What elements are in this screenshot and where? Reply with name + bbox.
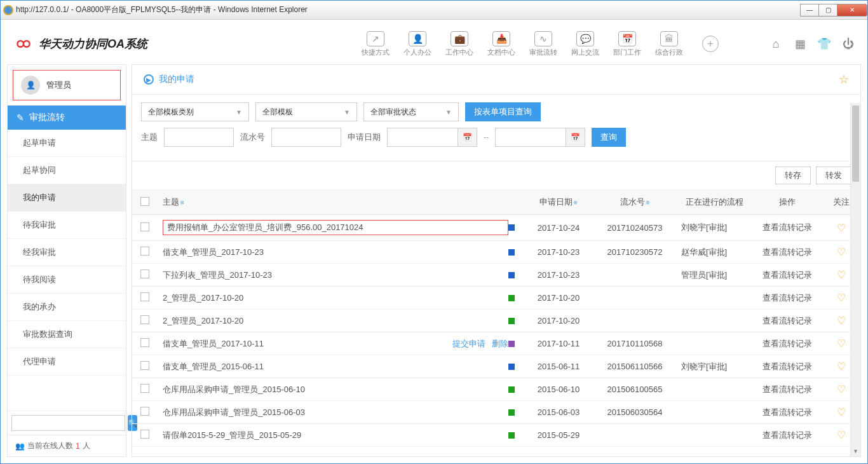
sort-icon[interactable]: ≡ <box>646 199 650 206</box>
view-history-link[interactable]: 查看流转记录 <box>763 270 812 280</box>
col-date[interactable]: 申请日期 <box>539 197 573 207</box>
delete-link[interactable]: 删除 <box>492 338 508 350</box>
nav-item-5[interactable]: 💬网上交流 <box>571 31 599 57</box>
power-icon[interactable]: ⏻ <box>842 38 855 50</box>
date-from-input[interactable] <box>388 128 458 146</box>
home-icon[interactable]: ⌂ <box>770 38 782 50</box>
date-to-input[interactable] <box>496 128 566 146</box>
maximize-button[interactable]: ▢ <box>818 4 837 17</box>
heart-icon[interactable]: ♡ <box>837 247 846 257</box>
nav-item-7[interactable]: 🏛综合行政 <box>655 31 683 57</box>
col-serial[interactable]: 流水号 <box>620 197 645 207</box>
view-history-link[interactable]: 查看流转记录 <box>763 385 812 394</box>
scrollbar-thumb[interactable] <box>852 106 859 182</box>
heart-icon[interactable]: ♡ <box>837 430 846 440</box>
search-button[interactable]: 查询 <box>592 128 626 147</box>
subject-link[interactable]: 费用报销单_办公室管理员_培训费_956.00_20171024 <box>163 220 508 235</box>
row-checkbox[interactable] <box>140 407 149 416</box>
subject-link[interactable]: 仓库用品采购申请_管理员_2015-06-10 <box>163 384 508 395</box>
row-checkbox[interactable] <box>140 315 149 324</box>
view-history-link[interactable]: 查看流转记录 <box>763 247 812 257</box>
view-history-link[interactable]: 查看流转记录 <box>763 339 812 348</box>
view-history-link[interactable]: 查看流转记录 <box>763 316 812 325</box>
minimize-button[interactable]: — <box>800 4 819 17</box>
subject-link[interactable]: 借支单_管理员_2015-06-11 <box>163 361 508 372</box>
calendar-icon[interactable]: 📅 <box>458 128 477 146</box>
row-checkbox[interactable] <box>140 292 149 301</box>
nav-item-3[interactable]: 📥文档中心 <box>487 31 515 57</box>
sort-icon[interactable]: ≡ <box>574 199 578 206</box>
scroll-down-icon[interactable]: ▼ <box>851 446 860 456</box>
row-checkbox[interactable] <box>140 247 149 256</box>
view-history-link[interactable]: 查看流转记录 <box>763 430 812 440</box>
col-process: 正在进行的流程 <box>686 197 743 207</box>
nav-item-0[interactable]: ↗快捷方式 <box>362 31 390 57</box>
query-by-form-button[interactable]: 按表单项目查询 <box>465 102 541 121</box>
heart-icon[interactable]: ♡ <box>837 384 846 395</box>
sidebar-item-8[interactable]: 代理申请 <box>8 348 126 376</box>
sidebar-item-0[interactable]: 起草申请 <box>8 130 126 157</box>
row-checkbox[interactable] <box>140 338 149 347</box>
close-button[interactable]: ✕ <box>837 4 867 17</box>
calendar-icon[interactable]: 📅 <box>566 128 585 146</box>
status-indicator <box>508 224 515 231</box>
view-history-link[interactable]: 查看流转记录 <box>763 293 812 303</box>
select-all-checkbox[interactable] <box>140 197 149 206</box>
col-subject[interactable]: 主题 <box>163 197 179 207</box>
subject-link[interactable]: 2_管理员_2017-10-20 <box>163 292 508 304</box>
row-checkbox[interactable] <box>140 430 149 439</box>
heart-icon[interactable]: ♡ <box>837 407 846 418</box>
serial-input[interactable] <box>271 128 341 147</box>
submit-link[interactable]: 提交申请 <box>452 338 485 350</box>
nav-icon: 💼 <box>451 31 468 46</box>
sidebar-item-2[interactable]: 我的申请 <box>8 184 126 212</box>
subject-link[interactable]: 借支单_管理员_2017-10-11 <box>163 338 446 350</box>
sort-icon[interactable]: ≡ <box>180 199 184 206</box>
nav-item-2[interactable]: 💼工作中心 <box>445 31 473 57</box>
apps-icon[interactable]: ▦ <box>794 38 806 50</box>
nav-item-1[interactable]: 👤个人办公 <box>403 31 431 57</box>
sidebar-item-3[interactable]: 待我审批 <box>8 212 126 239</box>
template-dropdown[interactable]: 全部模板 ▼ <box>255 102 357 121</box>
status-indicator <box>508 364 515 370</box>
heart-icon[interactable]: ♡ <box>837 292 846 303</box>
cell-date: 2015-05-29 <box>524 424 593 447</box>
row-checkbox[interactable] <box>140 222 149 231</box>
sidebar-search-input[interactable] <box>11 415 125 431</box>
template-category-dropdown[interactable]: 全部模板类别 ▼ <box>141 102 249 121</box>
sidebar-item-1[interactable]: 起草协同 <box>8 157 126 184</box>
nav-item-6[interactable]: 📅部门工作 <box>613 31 641 57</box>
sidebar-item-7[interactable]: 审批数据查询 <box>8 321 126 348</box>
nav-item-4[interactable]: ∿审批流转 <box>529 31 557 57</box>
scrollbar[interactable]: ▲ ▼ <box>850 103 860 456</box>
heart-icon[interactable]: ♡ <box>837 270 846 280</box>
row-checkbox[interactable] <box>140 270 149 278</box>
sidebar-item-4[interactable]: 经我审批 <box>8 239 126 266</box>
sidebar-item-6[interactable]: 我的承办 <box>8 294 126 321</box>
row-checkbox[interactable] <box>140 384 149 393</box>
subject-link[interactable]: 借支单_管理员_2017-10-23 <box>163 247 508 258</box>
resave-button[interactable]: 转存 <box>775 167 811 184</box>
view-history-link[interactable]: 查看流转记录 <box>763 362 812 371</box>
sidebar-section-header: ✎ 审批流转 <box>8 106 126 130</box>
approve-status-dropdown[interactable]: 全部审批状态 ▼ <box>363 102 459 121</box>
subject-link[interactable]: 2_管理员_2017-10-20 <box>163 315 508 327</box>
heart-icon[interactable]: ♡ <box>837 338 846 349</box>
heart-icon[interactable]: ♡ <box>837 222 846 233</box>
subject-link[interactable]: 请假单2015-5-29_管理员_2015-05-29 <box>163 430 508 441</box>
favorite-icon[interactable]: ☆ <box>839 72 849 86</box>
sidebar-item-5[interactable]: 待我阅读 <box>8 266 126 294</box>
heart-icon[interactable]: ♡ <box>837 315 846 326</box>
user-card[interactable]: 👤 管理员 <box>13 70 121 100</box>
topic-input[interactable] <box>164 128 234 147</box>
subject-link[interactable]: 仓库用品采购申请_管理员_2015-06-03 <box>163 407 508 418</box>
view-history-link[interactable]: 查看流转记录 <box>763 222 812 232</box>
row-checkbox[interactable] <box>140 361 149 370</box>
cell-serial: 201710110568 <box>593 332 676 355</box>
view-history-link[interactable]: 查看流转记录 <box>763 407 812 417</box>
subject-link[interactable]: 下拉列表_管理员_2017-10-23 <box>163 270 508 281</box>
theme-icon[interactable]: 👕 <box>818 38 831 50</box>
heart-icon[interactable]: ♡ <box>837 361 846 372</box>
forward-button[interactable]: 转发 <box>816 167 851 184</box>
add-nav-button[interactable]: + <box>702 36 719 52</box>
